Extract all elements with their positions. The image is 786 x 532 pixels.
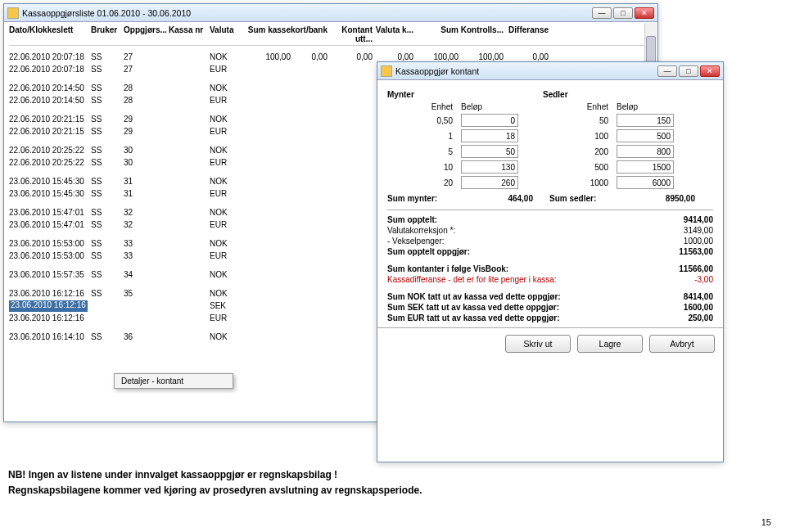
summary-line: Kassadifferanse - det er for lite penger… bbox=[387, 275, 713, 284]
context-menu[interactable]: Detaljer - kontant bbox=[114, 373, 233, 389]
maximize-button[interactable]: □ bbox=[679, 65, 698, 77]
sedler-belop-input[interactable] bbox=[617, 129, 674, 142]
window-title: Kassaoppgjørsliste 01.06.2010 - 30.06.20… bbox=[22, 8, 191, 18]
context-menu-item[interactable]: Detaljer - kontant bbox=[121, 376, 183, 385]
denom-row: 10500 bbox=[387, 160, 713, 174]
sum-mynter-label: Sum mynter: bbox=[387, 194, 469, 203]
app-icon bbox=[7, 7, 19, 19]
summary-label: - Vekselpenger: bbox=[387, 237, 648, 246]
col-kontrolls[interactable]: Kontrolls... bbox=[458, 25, 504, 43]
denom-row: 0,5050 bbox=[387, 114, 713, 127]
summary-value: 1600,00 bbox=[648, 303, 713, 312]
summary-value: -3,00 bbox=[648, 275, 713, 284]
mynter-enhet: 10 bbox=[387, 163, 461, 172]
mynter-belop-input[interactable] bbox=[461, 160, 518, 174]
col-kontant[interactable]: Kontant utt... bbox=[328, 25, 373, 43]
close-button[interactable]: ✕ bbox=[635, 7, 654, 19]
sedler-belop-input[interactable] bbox=[617, 114, 674, 127]
lagre-button[interactable]: Lagre bbox=[577, 335, 643, 353]
enhet-label: Enhet bbox=[543, 102, 617, 111]
mynter-enhet: 0,50 bbox=[387, 116, 461, 125]
sedler-enhet: 50 bbox=[543, 116, 617, 125]
col-oppgjors[interactable]: Oppgjørs... bbox=[124, 25, 169, 43]
summary-line: Sum EUR tatt ut av kassa ved dette oppgj… bbox=[387, 313, 713, 322]
summary-value: 9414,00 bbox=[648, 215, 713, 224]
summary-line: Sum kontanter i følge VisBook:11566,00 bbox=[387, 264, 713, 273]
note-text: NB! Ingen av listene under innvalget kas… bbox=[8, 469, 337, 480]
col-valutak[interactable]: Valuta k... bbox=[373, 25, 413, 43]
summary-label: Sum EUR tatt ut av kassa ved dette oppgj… bbox=[387, 313, 648, 322]
sum-sedler-label: Sum sedler: bbox=[549, 194, 631, 203]
sedler-enhet: 1000 bbox=[543, 178, 617, 187]
minimize-button[interactable]: — bbox=[657, 65, 677, 77]
col-date[interactable]: Dato/Klokkeslett bbox=[9, 25, 91, 43]
denom-row: 5200 bbox=[387, 145, 713, 158]
summary-label: Valutakorreksjon *: bbox=[387, 226, 648, 235]
grid-header[interactable]: Dato/Klokkeslett Bruker Oppgjørs... Kass… bbox=[9, 25, 653, 46]
col-sum[interactable]: Sum bbox=[413, 25, 458, 43]
summary-label: Sum kontanter i følge VisBook: bbox=[387, 264, 648, 273]
belop-label: Beløp bbox=[617, 102, 682, 111]
summary-line: Sum opptelt oppgjør:11563,00 bbox=[387, 247, 713, 256]
button-bar: Skriv ut Lagre Avbryt bbox=[377, 327, 723, 359]
col-kassanr[interactable]: Kassa nr bbox=[169, 25, 210, 43]
summary-line: Sum opptelt:9414,00 bbox=[387, 215, 713, 224]
mynter-enhet: 1 bbox=[387, 132, 461, 141]
summary-value: 8414,00 bbox=[648, 292, 713, 301]
window-kontant: Kassaoppgjør kontant — □ ✕ Mynter Sedler… bbox=[377, 61, 724, 462]
summary-label: Sum opptelt oppgjør: bbox=[387, 247, 648, 256]
enhet-label: Enhet bbox=[387, 102, 461, 111]
summary-label: Kassadifferanse - det er for lite penger… bbox=[387, 275, 648, 284]
summary-line: Sum SEK tatt ut av kassa ved dette oppgj… bbox=[387, 303, 713, 312]
avbryt-button[interactable]: Avbryt bbox=[649, 335, 715, 353]
window-title: Kassaoppgjør kontant bbox=[395, 66, 479, 76]
sedler-heading: Sedler bbox=[543, 90, 690, 99]
col-valuta[interactable]: Valuta bbox=[210, 25, 246, 43]
belop-label: Beløp bbox=[461, 102, 526, 111]
close-button[interactable]: ✕ bbox=[700, 65, 720, 77]
sedler-enhet: 200 bbox=[543, 147, 617, 156]
summary-line: Valutakorreksjon *:3149,00 bbox=[387, 226, 713, 235]
summary-label: Sum opptelt: bbox=[387, 215, 648, 224]
maximize-button[interactable]: □ bbox=[613, 7, 633, 19]
col-differanse[interactable]: Differanse bbox=[504, 25, 549, 43]
col-kortbank[interactable]: kort/bank bbox=[291, 25, 328, 43]
mynter-heading: Mynter bbox=[387, 90, 543, 99]
sedler-enhet: 100 bbox=[543, 132, 617, 141]
mynter-enhet: 20 bbox=[387, 178, 461, 187]
summary-label: Sum SEK tatt ut av kassa ved dette oppgj… bbox=[387, 303, 648, 312]
summary-line: - Vekselpenger:1000,00 bbox=[387, 237, 713, 246]
denom-row: 1100 bbox=[387, 129, 713, 142]
denom-row: 201000 bbox=[387, 176, 713, 189]
summary-value: 11563,00 bbox=[648, 247, 713, 256]
note2-text: Regnskapsbilagene kommer ved kjøring av … bbox=[8, 485, 422, 496]
minimize-button[interactable]: — bbox=[592, 7, 612, 19]
sum-mynter-value: 464,00 bbox=[469, 194, 533, 203]
mynter-belop-input[interactable] bbox=[461, 114, 518, 127]
summary-value: 250,00 bbox=[648, 313, 713, 322]
col-sumkasse[interactable]: Sum kasse bbox=[246, 25, 291, 43]
mynter-belop-input[interactable] bbox=[461, 145, 518, 158]
mynter-belop-input[interactable] bbox=[461, 176, 518, 189]
sedler-belop-input[interactable] bbox=[617, 160, 674, 174]
summary-value: 11566,00 bbox=[648, 264, 713, 273]
mynter-belop-input[interactable] bbox=[461, 129, 518, 142]
summary-label: Sum NOK tatt ut av kassa ved dette oppgj… bbox=[387, 292, 648, 301]
selected-cell[interactable]: 23.06.2010 16:12:16 bbox=[9, 300, 88, 312]
titlebar-kontant[interactable]: Kassaoppgjør kontant — □ ✕ bbox=[377, 62, 723, 80]
mynter-enhet: 5 bbox=[387, 147, 461, 156]
summary-value: 3149,00 bbox=[648, 226, 713, 235]
skrivut-button[interactable]: Skriv ut bbox=[505, 335, 571, 353]
sum-sedler-value: 8950,00 bbox=[631, 194, 695, 203]
sedler-belop-input[interactable] bbox=[617, 145, 674, 158]
summary-value: 1000,00 bbox=[648, 237, 713, 246]
summary-line: Sum NOK tatt ut av kassa ved dette oppgj… bbox=[387, 292, 713, 301]
page-number: 15 bbox=[761, 517, 771, 527]
kontant-panel: Mynter Sedler Enhet Beløp Enhet Beløp 0,… bbox=[377, 80, 723, 322]
sedler-belop-input[interactable] bbox=[617, 176, 674, 189]
col-bruker[interactable]: Bruker bbox=[91, 25, 124, 43]
sedler-enhet: 500 bbox=[543, 163, 617, 172]
titlebar-list[interactable]: Kassaoppgjørsliste 01.06.2010 - 30.06.20… bbox=[4, 4, 657, 22]
app-icon bbox=[381, 65, 392, 77]
